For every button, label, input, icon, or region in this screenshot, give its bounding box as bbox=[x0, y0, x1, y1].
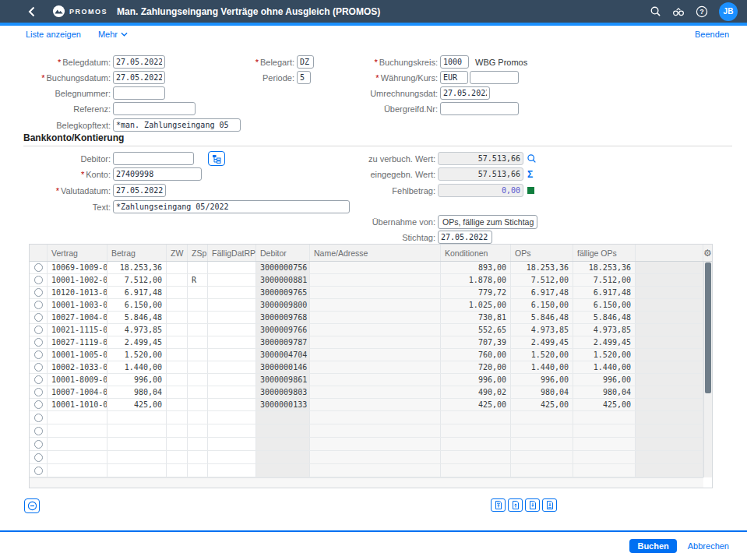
belegnummer-input[interactable] bbox=[113, 86, 165, 100]
beenden-button[interactable]: Beenden bbox=[695, 30, 729, 39]
value-search-icon[interactable] bbox=[527, 153, 537, 164]
row-select-radio[interactable] bbox=[34, 400, 43, 409]
row-select-radio[interactable] bbox=[34, 276, 43, 284]
field-label: Belegkopftext: bbox=[23, 121, 111, 130]
row-select-radio[interactable] bbox=[34, 414, 43, 422]
vertical-scrollbar[interactable] bbox=[703, 262, 712, 477]
row-select-radio[interactable] bbox=[34, 338, 43, 347]
row-select-radio[interactable] bbox=[34, 326, 43, 334]
cell-zsp bbox=[188, 336, 208, 348]
konto-input[interactable] bbox=[113, 167, 202, 181]
search-icon[interactable] bbox=[650, 5, 661, 17]
column-header-vertrag[interactable]: Vertrag bbox=[48, 245, 107, 261]
page-down-button[interactable] bbox=[525, 498, 540, 512]
table-row[interactable]: 10007-1004-03980,043000009803490,02980,0… bbox=[30, 386, 703, 399]
row-select-radio[interactable] bbox=[34, 313, 43, 322]
account-assignment-button[interactable] bbox=[208, 151, 225, 166]
column-header-faellige-ops[interactable]: fällige OPs bbox=[573, 245, 636, 261]
row-select-radio[interactable] bbox=[34, 467, 43, 475]
buchungskreis-input[interactable] bbox=[440, 55, 469, 69]
referenz-input[interactable] bbox=[113, 102, 196, 115]
column-header-zw[interactable]: ZW bbox=[167, 245, 188, 261]
belegart-input[interactable] bbox=[297, 55, 314, 69]
cell-debitor bbox=[256, 451, 310, 463]
belegnummer-field: Belegnummer: bbox=[23, 86, 165, 100]
table-row[interactable] bbox=[30, 451, 703, 464]
row-select-radio[interactable] bbox=[34, 263, 43, 272]
back-button[interactable] bbox=[28, 6, 35, 17]
cell-faellige_ops bbox=[573, 424, 636, 437]
row-select-radio[interactable] bbox=[34, 363, 43, 372]
shell-header: PROMOS Man. Zahlungseingang Verträge ohn… bbox=[0, 0, 747, 23]
column-header-ops[interactable]: OPs bbox=[511, 245, 573, 261]
row-select-radio[interactable] bbox=[34, 301, 43, 309]
referenz-field: Referenz: bbox=[23, 102, 196, 115]
table-row[interactable] bbox=[30, 464, 703, 477]
debitor-input[interactable] bbox=[113, 152, 194, 165]
table-row[interactable]: 10069-1009-0218.253,363000000756893,0018… bbox=[30, 262, 703, 274]
table-row[interactable]: 10120-1013-026.917,483000009765779,726.9… bbox=[30, 287, 703, 299]
text-input[interactable] bbox=[113, 200, 350, 213]
row-select-radio[interactable] bbox=[34, 427, 43, 435]
page-up-button[interactable] bbox=[508, 498, 523, 512]
cell-debitor: 3000000756 bbox=[256, 262, 310, 273]
binoculars-icon[interactable] bbox=[672, 5, 685, 17]
table-row[interactable]: 10027-1004-025.846,483000009768730,815.8… bbox=[30, 312, 703, 324]
table-row[interactable] bbox=[30, 438, 703, 451]
promos-logo[interactable]: PROMOS bbox=[52, 5, 107, 18]
row-select-radio[interactable] bbox=[34, 350, 43, 359]
column-header-name-adresse[interactable]: Name/Adresse bbox=[310, 245, 441, 261]
table-settings-button[interactable]: ⚙ bbox=[703, 245, 712, 261]
field-label: Umrechnungsdat: bbox=[351, 89, 438, 98]
table-row[interactable]: 10027-1119-022.499,453000009787707,392.4… bbox=[30, 336, 703, 349]
cell-vertrag: 10001-8009-01 bbox=[48, 374, 107, 386]
column-header-betrag[interactable]: Betrag bbox=[107, 245, 167, 261]
umrechnungsdat-input[interactable] bbox=[440, 86, 490, 100]
cell-faellige_ops: 1.520,00 bbox=[573, 349, 636, 361]
help-icon[interactable]: ? bbox=[696, 5, 708, 18]
table-row[interactable] bbox=[30, 411, 703, 424]
row-select-radio[interactable] bbox=[34, 388, 43, 396]
sum-icon[interactable]: Σ bbox=[527, 169, 533, 180]
belegkopftext-input[interactable] bbox=[113, 118, 241, 132]
table-row[interactable]: 10001-1002-047.512,00R30000008811.878,00… bbox=[30, 274, 703, 287]
table-row[interactable] bbox=[30, 424, 703, 438]
table-row[interactable]: 10001-8009-01996,003000009861996,00996,0… bbox=[30, 374, 703, 386]
user-avatar[interactable]: JB bbox=[719, 2, 738, 21]
last-page-button[interactable] bbox=[542, 498, 557, 512]
scrollbar-thumb[interactable] bbox=[705, 262, 711, 393]
uebergreifdnr-input[interactable] bbox=[440, 102, 519, 115]
periode-input[interactable] bbox=[297, 71, 311, 84]
cell-ops: 6.917,48 bbox=[511, 287, 573, 298]
mehr-menu-button[interactable]: Mehr bbox=[98, 30, 128, 39]
table-row[interactable]: 10001-1005-031.520,003000004704760,001.5… bbox=[30, 349, 703, 361]
table-row[interactable]: 10001-1010-02425,003000000133425,00425,0… bbox=[30, 399, 703, 411]
action-toolbar: Liste anzeigen Mehr Beenden bbox=[0, 26, 747, 43]
row-select-radio[interactable] bbox=[34, 375, 43, 384]
kurs-input[interactable] bbox=[470, 71, 519, 84]
uebernahme-select[interactable]: OPs, fällige zum Stichtag bbox=[438, 215, 537, 229]
table-row[interactable]: 10021-1115-024.973,853000009766552,654.9… bbox=[30, 324, 703, 336]
buchungsdatum-input[interactable] bbox=[113, 71, 165, 84]
column-header-faelligdatrp[interactable]: FälligDatRP bbox=[208, 245, 256, 261]
column-header-debitor[interactable]: Debitor bbox=[256, 245, 310, 261]
valutadatum-input[interactable] bbox=[113, 184, 166, 197]
row-select-radio[interactable] bbox=[34, 453, 43, 462]
liste-anzeigen-button[interactable]: Liste anzeigen bbox=[26, 30, 81, 39]
row-select-radio[interactable] bbox=[34, 288, 43, 297]
cell-zw bbox=[167, 399, 188, 410]
table-row[interactable]: 10001-1003-046.150,0030000098001.025,006… bbox=[30, 299, 703, 312]
table-row[interactable]: 10002-1033-021.440,003000000146720,001.4… bbox=[30, 361, 703, 374]
first-page-button[interactable] bbox=[491, 498, 506, 512]
column-header-konditionen[interactable]: Konditionen bbox=[441, 245, 511, 261]
cell-vertrag bbox=[48, 424, 107, 437]
abbrechen-button[interactable]: Abbrechen bbox=[688, 541, 729, 551]
belegdatum-input[interactable] bbox=[113, 55, 165, 69]
waehrung-input[interactable] bbox=[440, 71, 468, 84]
column-header-zsp[interactable]: ZSp bbox=[188, 245, 208, 261]
buchen-button[interactable]: Buchen bbox=[629, 539, 676, 553]
remove-row-button[interactable] bbox=[24, 498, 40, 513]
row-select-radio[interactable] bbox=[34, 440, 43, 449]
stichtag-input[interactable] bbox=[438, 231, 492, 244]
horizontal-scroll-strip[interactable] bbox=[30, 477, 703, 488]
